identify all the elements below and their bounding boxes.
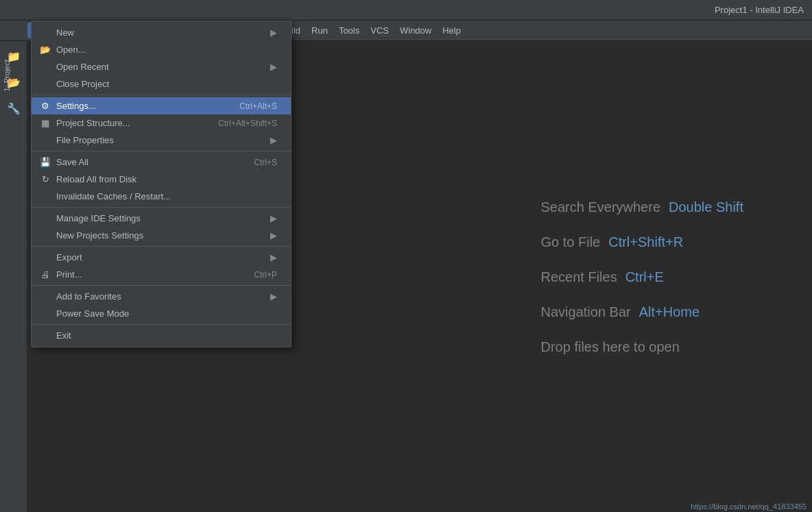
hint-goto: Go to File Ctrl+Shift+R: [541, 234, 744, 249]
menu-project-structure[interactable]: ▦ Project Structure... Ctrl+Alt+Shift+S: [32, 114, 291, 132]
menu-help[interactable]: Help: [437, 23, 466, 38]
menu-save-all[interactable]: 💾 Save All Ctrl+S: [32, 154, 291, 171]
title-bar: Project1 - IntelliJ IDEA: [0, 0, 812, 21]
hints-area: Search Everywhere Double Shift Go to Fil…: [541, 199, 744, 354]
status-url: https://blog.csdn.net/qq_41833455: [691, 502, 807, 511]
hint-navbar-label: Navigation Bar: [541, 304, 631, 319]
arrow-icon: ▶: [270, 27, 277, 38]
menu-reload[interactable]: ↻ Reload All from Disk: [32, 171, 291, 188]
menu-new-projects[interactable]: New Projects Settings ▶: [32, 227, 291, 244]
menu-tools[interactable]: Tools: [333, 23, 365, 38]
separator-2: [32, 151, 291, 151]
menu-run[interactable]: Run: [306, 23, 333, 38]
arrow-icon-7: ▶: [270, 291, 277, 302]
menu-power-save[interactable]: Power Save Mode: [32, 305, 291, 322]
print-icon: 🖨: [40, 269, 51, 280]
hint-search: Search Everywhere Double Shift: [541, 199, 744, 215]
file-dropdown-menu: New ▶ 📂 Open... Open Recent ▶ Close Proj…: [31, 21, 291, 348]
hint-search-shortcut: Double Shift: [669, 199, 743, 215]
menu-vcs[interactable]: VCS: [365, 23, 394, 38]
project-structure-icon: ▦: [40, 118, 51, 128]
arrow-icon-5: ▶: [270, 230, 277, 241]
hint-navbar-shortcut: Alt+Home: [639, 304, 700, 319]
project-tab[interactable]: 1: Project: [0, 41, 14, 110]
hint-recent-label: Recent Files: [541, 269, 617, 284]
arrow-icon-4: ▶: [270, 213, 277, 223]
menu-open-recent[interactable]: Open Recent ▶: [32, 58, 291, 75]
menu-export[interactable]: Export ▶: [32, 249, 291, 266]
hint-recent: Recent Files Ctrl+E: [541, 269, 744, 284]
status-bar: https://blog.csdn.net/qq_41833455: [685, 501, 812, 512]
separator-4: [32, 246, 291, 247]
menu-new[interactable]: New ▶: [32, 24, 291, 41]
hint-recent-shortcut: Ctrl+E: [625, 269, 664, 284]
separator-1: [32, 95, 291, 95]
menu-open[interactable]: 📂 Open...: [32, 41, 291, 58]
hint-drop-label: Drop files here to open: [541, 339, 680, 354]
separator-5: [32, 285, 291, 286]
save-all-icon: 💾: [40, 157, 51, 167]
arrow-icon-3: ▶: [270, 135, 277, 145]
arrow-icon-2: ▶: [270, 62, 277, 72]
menu-manage-ide[interactable]: Manage IDE Settings ▶: [32, 210, 291, 227]
project-tab-label: 1: Project: [3, 60, 11, 91]
menu-file-properties[interactable]: File Properties ▶: [32, 132, 291, 149]
hint-navbar: Navigation Bar Alt+Home: [541, 304, 744, 319]
settings-icon: ⚙: [40, 101, 51, 111]
hint-goto-label: Go to File: [541, 234, 601, 249]
menu-window[interactable]: Window: [394, 23, 437, 38]
window-title: Project1 - IntelliJ IDEA: [715, 5, 804, 15]
separator-3: [32, 207, 291, 208]
menu-invalidate[interactable]: Invalidate Caches / Restart...: [32, 188, 291, 205]
hint-goto-shortcut: Ctrl+Shift+R: [608, 234, 683, 249]
open-icon: 📂: [40, 45, 51, 55]
reload-icon: ↻: [40, 174, 51, 184]
menu-close-project[interactable]: Close Project: [32, 75, 291, 93]
left-sidebar: 📁 📂 🔧: [0, 41, 27, 512]
menu-exit[interactable]: Exit: [32, 327, 291, 344]
menu-add-favorites[interactable]: Add to Favorites ▶: [32, 288, 291, 305]
separator-6: [32, 324, 291, 325]
menu-settings[interactable]: ⚙ Settings... Ctrl+Alt+S: [32, 97, 291, 114]
arrow-icon-6: ▶: [270, 252, 277, 263]
menu-print[interactable]: 🖨 Print... Ctrl+P: [32, 266, 291, 283]
hint-drop: Drop files here to open: [541, 339, 744, 354]
hint-search-label: Search Everywhere: [541, 199, 661, 215]
